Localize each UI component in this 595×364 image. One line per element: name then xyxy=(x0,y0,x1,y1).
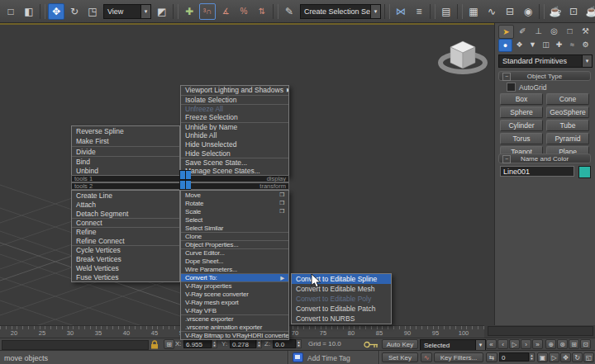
zoom-icon[interactable]: ⊕ xyxy=(545,339,556,349)
subcategory-dropdown[interactable]: Standard Primitives ▾ xyxy=(498,54,593,68)
geometry-category-icon[interactable]: ● xyxy=(498,39,512,52)
menu-item[interactable]: Save Scene State... xyxy=(181,158,288,167)
menu-item[interactable]: V-Ray VFB xyxy=(181,306,288,314)
window-crossing-selection-icon[interactable]: ◧ xyxy=(21,3,37,20)
primitive-button[interactable]: Cylinder xyxy=(500,120,543,131)
menu-item[interactable]: Convert to NURBS xyxy=(292,314,391,324)
menu-item[interactable]: Freeze Selection xyxy=(181,113,288,122)
modify-tab-icon[interactable]: ✐ xyxy=(516,25,530,37)
zoom-region-icon[interactable]: ⊡ xyxy=(580,339,591,349)
menu-item[interactable]: Bind xyxy=(72,156,179,166)
menu-item[interactable]: .vrscene exporter xyxy=(181,314,288,323)
select-and-manipulate-icon[interactable]: ◩ xyxy=(154,3,170,20)
chevron-down-icon[interactable]: ▾ xyxy=(370,5,380,18)
shapes-category-icon[interactable]: ❖ xyxy=(513,39,526,50)
chevron-down-icon[interactable]: ▾ xyxy=(140,5,150,18)
select-and-scale-icon[interactable]: ◳ xyxy=(84,3,101,20)
menu-item[interactable]: Unhide All xyxy=(181,130,288,139)
name-and-color-rollout[interactable]: − Name and Color xyxy=(498,154,591,163)
zoom-extents-icon[interactable]: ⊞ xyxy=(569,339,579,349)
menu-item[interactable]: V-Ray Bitmap to VRayHDRI converter xyxy=(181,331,288,339)
select-and-rotate-icon[interactable]: ↻ xyxy=(66,3,83,20)
graphite-ribbon-icon[interactable]: ▦ xyxy=(465,3,482,20)
zoom-all-icon[interactable]: ⊛ xyxy=(557,339,568,349)
keyboard-shortcut-override-toggle-icon[interactable]: ✚ xyxy=(181,3,198,20)
z-coordinate-field[interactable]: 0.0 xyxy=(273,339,296,348)
primitive-button[interactable]: Pyramid xyxy=(546,133,589,144)
set-key-button[interactable]: Set Key xyxy=(382,352,418,362)
create-tab-icon[interactable]: ➤ xyxy=(498,25,514,39)
select-and-move-icon[interactable]: ✥ xyxy=(48,3,64,20)
cameras-category-icon[interactable]: ◫ xyxy=(540,39,552,50)
schematic-view-icon[interactable]: ⊟ xyxy=(502,3,518,20)
menu-item[interactable]: Break Vertices xyxy=(72,254,179,263)
object-type-rollout[interactable]: − Object Type xyxy=(498,71,591,81)
x-spinner[interactable]: ▲▼ xyxy=(212,339,217,348)
menu-item[interactable]: Scale❒ xyxy=(181,207,288,215)
object-name-field[interactable]: Line001 xyxy=(500,166,574,177)
menu-item[interactable]: Viewport Lighting and Shadows▶ xyxy=(181,86,288,95)
absolute-mode-transform-icon[interactable]: ⊞ xyxy=(164,339,174,349)
menu-item[interactable]: Detach Segment xyxy=(72,209,179,218)
current-frame-field[interactable]: 0 xyxy=(499,352,529,362)
menu-item[interactable]: Dope Sheet... xyxy=(181,257,288,265)
menu-item[interactable]: Convert To:▶ xyxy=(181,273,288,281)
menu-item[interactable]: Divide xyxy=(72,146,179,156)
menu-item[interactable]: Weld Vertices xyxy=(72,263,179,272)
menu-item[interactable]: Clone xyxy=(181,232,288,240)
rendered-frame-window-icon[interactable]: ⊡ xyxy=(565,3,582,20)
helpers-category-icon[interactable]: ✚ xyxy=(553,39,565,50)
menu-item[interactable]: Unhide by Name xyxy=(181,122,288,131)
angle-snap-toggle-icon[interactable]: ∡ xyxy=(217,3,234,20)
menu-item[interactable]: .vrscene animation exporter xyxy=(181,323,288,331)
chevron-down-icon[interactable]: ▾ xyxy=(582,55,592,67)
mirror-icon[interactable]: ⋈ xyxy=(393,3,409,20)
collapse-icon[interactable]: − xyxy=(502,155,511,163)
key-filters-button[interactable]: Key Filters... xyxy=(434,352,483,362)
curve-editor-icon[interactable]: ∿ xyxy=(483,3,500,20)
orbit-icon[interactable]: ↻ xyxy=(572,352,583,362)
lights-category-icon[interactable]: ▼ xyxy=(526,39,539,50)
primitive-button[interactable]: Sphere xyxy=(500,106,543,118)
menu-item[interactable]: V-Ray scene converter xyxy=(181,290,288,298)
time-config-icon[interactable]: ▣ xyxy=(537,352,548,362)
menu-item[interactable]: Unfreeze All xyxy=(181,104,288,113)
autogrid-checkbox[interactable] xyxy=(507,83,516,92)
hierarchy-tab-icon[interactable]: ⊥ xyxy=(531,25,545,37)
menu-item[interactable]: Reverse Spline xyxy=(72,126,179,136)
x-coordinate-field[interactable]: 6.955 xyxy=(183,339,212,348)
menu-item[interactable]: Hide Unselected xyxy=(181,139,288,149)
play-animation-icon[interactable]: ▷ xyxy=(509,339,520,349)
go-to-end-icon[interactable]: » xyxy=(532,339,543,349)
motion-tab-icon[interactable]: ◎ xyxy=(547,25,561,37)
z-spinner[interactable]: ▲▼ xyxy=(296,339,302,348)
render-production-icon[interactable]: ☕ xyxy=(583,3,595,20)
menu-item[interactable]: Select xyxy=(181,215,288,224)
menu-item[interactable]: V-Ray properties xyxy=(181,281,288,290)
primitive-button[interactable]: Tube xyxy=(546,120,589,131)
menu-item[interactable]: Create Line xyxy=(72,191,179,200)
menu-item[interactable]: Curve Editor... xyxy=(181,248,288,257)
maximize-viewport-icon[interactable]: ◱ xyxy=(583,352,594,362)
menu-item[interactable]: Make First xyxy=(72,136,179,146)
primitive-button[interactable]: Torus xyxy=(500,133,543,144)
menu-item[interactable]: Rotate❒ xyxy=(181,199,288,207)
selection-set-animate-dropdown[interactable]: Selected ▾ xyxy=(420,339,486,351)
previous-frame-icon[interactable]: ‹ xyxy=(497,339,508,349)
menu-item[interactable]: Convert to Editable Patch xyxy=(292,304,391,314)
display-tab-icon[interactable]: □ xyxy=(563,25,577,37)
menu-item[interactable]: Refine xyxy=(72,227,179,236)
settings-box-icon[interactable]: ❒ xyxy=(276,191,284,198)
menu-item[interactable]: Move❒ xyxy=(181,191,288,199)
menu-item[interactable]: Select Similar xyxy=(181,224,288,232)
chevron-down-icon[interactable]: ▾ xyxy=(475,340,485,350)
systems-category-icon[interactable]: ⚙ xyxy=(579,39,592,50)
material-editor-icon[interactable]: ◉ xyxy=(520,3,536,20)
key-mode-toggle-icon[interactable]: ⇆ xyxy=(486,352,497,362)
menu-item[interactable]: Attach xyxy=(72,200,179,209)
auto-key-button[interactable]: Auto Key xyxy=(382,339,418,349)
menu-item[interactable]: Convert to Editable Poly xyxy=(292,294,391,304)
edit-named-selection-sets-icon[interactable]: ✎ xyxy=(281,3,298,20)
layer-manager-icon[interactable]: ▤ xyxy=(438,3,455,20)
space-warps-category-icon[interactable]: ≈ xyxy=(566,39,578,50)
